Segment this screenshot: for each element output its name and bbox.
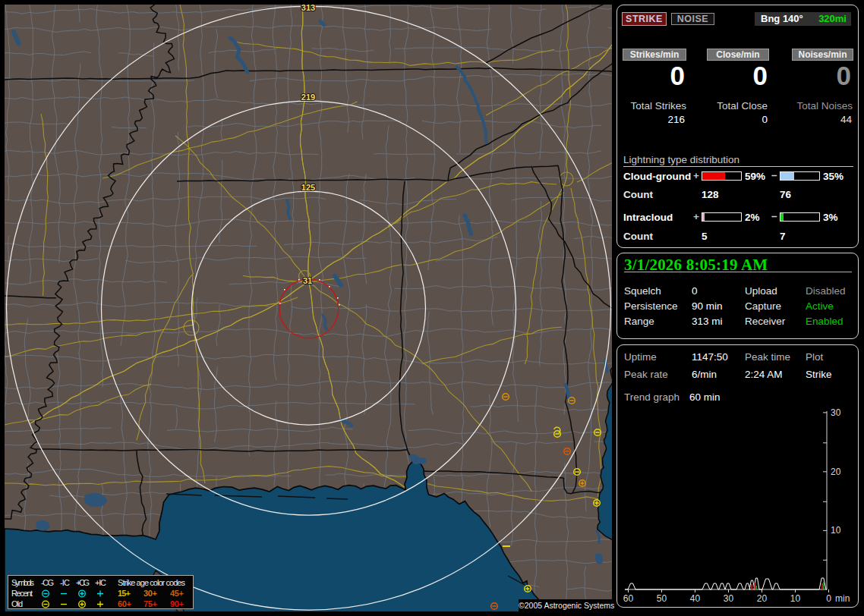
svg-text:90+: 90+ bbox=[170, 599, 184, 608]
svg-text:45+: 45+ bbox=[170, 589, 184, 598]
svg-text:30+: 30+ bbox=[143, 589, 157, 598]
svg-text:10: 10 bbox=[790, 593, 801, 604]
svg-text:+IC: +IC bbox=[95, 578, 106, 587]
svg-text:50: 50 bbox=[657, 593, 667, 604]
svg-text:75+: 75+ bbox=[143, 599, 157, 608]
svg-text:15+: 15+ bbox=[118, 589, 131, 598]
svg-text:60: 60 bbox=[623, 593, 634, 604]
svg-text:-IC: -IC bbox=[60, 578, 70, 587]
svg-text:-CG: -CG bbox=[41, 578, 54, 587]
svg-text:20: 20 bbox=[831, 467, 841, 477]
svg-text:Old: Old bbox=[11, 599, 23, 608]
svg-text:313: 313 bbox=[301, 5, 315, 12]
svg-text:0: 0 bbox=[826, 593, 831, 604]
svg-text:40: 40 bbox=[690, 593, 701, 604]
svg-text:125: 125 bbox=[301, 183, 315, 192]
svg-text:31: 31 bbox=[303, 276, 312, 285]
svg-text:+CG: +CG bbox=[76, 578, 90, 587]
svg-text:min: min bbox=[835, 593, 850, 604]
svg-text:60+: 60+ bbox=[118, 599, 131, 608]
svg-text:10: 10 bbox=[831, 525, 841, 536]
svg-text:219: 219 bbox=[301, 93, 315, 102]
svg-text:Strike age color codes: Strike age color codes bbox=[118, 578, 186, 587]
svg-text:30: 30 bbox=[831, 408, 841, 418]
svg-text:30: 30 bbox=[724, 593, 734, 604]
svg-text:Recent: Recent bbox=[11, 589, 33, 598]
svg-text:20: 20 bbox=[757, 593, 768, 604]
svg-text:Symbols: Symbols bbox=[11, 578, 35, 587]
